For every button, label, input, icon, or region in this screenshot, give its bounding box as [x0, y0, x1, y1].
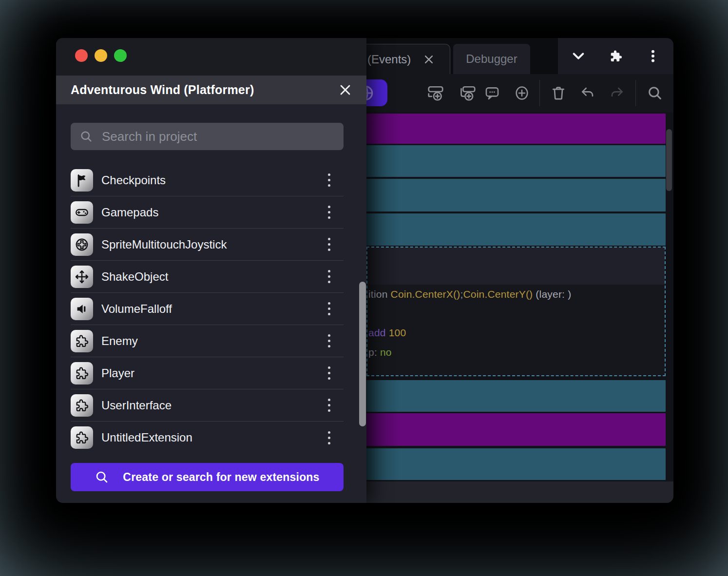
extension-list-item[interactable]: UntitledExtension [71, 422, 344, 454]
events-scrollbar[interactable] [666, 129, 672, 191]
event-rows: ition Coin.CenterX();Coin.CenterY() (lay… [366, 112, 666, 480]
close-panel-button[interactable] [336, 81, 354, 99]
item-kebab-menu-icon[interactable] [321, 364, 337, 383]
item-kebab-menu-icon[interactable] [321, 203, 337, 222]
window-titlebar [56, 38, 366, 76]
header-actions [558, 38, 673, 74]
event-action-line: ition Coin.CenterX();Coin.CenterY() (lay… [368, 288, 571, 300]
selected-event-block[interactable]: ition Coin.CenterX();Coin.CenterY() (lay… [366, 247, 666, 376]
events-sheet: ition Coin.CenterX();Coin.CenterY() (lay… [366, 112, 673, 503]
project-title: Adventurous Wind (Platformer) [71, 83, 254, 97]
item-kebab-menu-icon[interactable] [321, 235, 337, 254]
puzzle-filled-icon[interactable] [607, 47, 625, 65]
extension-list-item[interactable]: Enemy [71, 325, 344, 357]
item-kebab-menu-icon[interactable] [321, 428, 337, 447]
panel-scrollbar[interactable] [359, 282, 366, 426]
extension-label: UntitledExtension [101, 431, 192, 444]
event-actions-area[interactable]: ition Coin.CenterX();Coin.CenterY() (lay… [367, 285, 665, 375]
project-manager-header: Adventurous Wind (Platformer) [56, 76, 366, 104]
puzzle-outline-icon [71, 330, 93, 352]
trash-button[interactable] [548, 82, 569, 104]
circle-plus-button[interactable] [511, 82, 533, 104]
tab-debugger-label: Debugger [466, 52, 517, 66]
extension-list-item[interactable]: Gamepads [71, 196, 344, 229]
create-extension-button[interactable]: Create or search for new extensions [71, 463, 344, 491]
puzzle-outline-icon [71, 426, 93, 449]
extension-label: ShakeObject [101, 270, 168, 284]
extension-label: Enemy [101, 334, 138, 348]
events-toolbar [366, 74, 673, 112]
extension-label: Gamepads [101, 206, 158, 219]
extension-list-item[interactable]: Checkpoints [71, 164, 344, 196]
minimize-window-button[interactable] [95, 49, 107, 62]
toolbar-divider [539, 80, 540, 106]
event-action-line: add 100 [368, 327, 406, 339]
search-icon [79, 130, 93, 143]
search-input[interactable] [102, 129, 335, 144]
item-kebab-menu-icon[interactable] [321, 299, 337, 319]
extension-list: Checkpoints Gamepads SpriteMultitouchJoy… [71, 164, 344, 454]
events-footer-strip [366, 481, 673, 503]
extension-list-item[interactable]: ShakeObject [71, 261, 344, 293]
kebab-menu-icon[interactable] [644, 47, 662, 65]
extension-label: VolumeFalloff [101, 302, 172, 316]
gamepad-icon [71, 201, 93, 224]
event-row[interactable] [366, 114, 666, 144]
project-manager-panel: Adventurous Wind (Platformer) Checkpoint… [56, 38, 366, 503]
extension-label: SpriteMultitouchJoystick [101, 238, 227, 251]
tab-bar: (Events) Debugger [366, 38, 673, 74]
item-kebab-menu-icon[interactable] [321, 171, 337, 190]
event-row[interactable] [366, 213, 666, 246]
tab-events[interactable]: (Events) [366, 44, 450, 74]
puzzle-outline-icon [71, 394, 93, 417]
toolbar-divider [635, 80, 636, 106]
joystick-icon [71, 233, 93, 256]
project-search [71, 123, 344, 150]
extension-label: Checkpoints [101, 173, 166, 187]
create-extension-label: Create or search for new extensions [123, 471, 319, 484]
item-kebab-menu-icon[interactable] [321, 331, 337, 351]
zoom-window-button[interactable] [114, 49, 127, 62]
undo-button[interactable] [577, 82, 598, 104]
search-button[interactable] [644, 82, 666, 104]
event-row[interactable] [366, 413, 666, 446]
chevron-down-icon[interactable] [570, 47, 587, 65]
item-kebab-menu-icon[interactable] [321, 267, 337, 287]
close-window-button[interactable] [75, 49, 88, 62]
window-controls [75, 49, 127, 62]
event-action-line: p: no [368, 346, 392, 358]
item-kebab-menu-icon[interactable] [321, 396, 337, 415]
extension-list-item[interactable]: VolumeFalloff [71, 293, 344, 325]
move-icon [71, 266, 93, 288]
extension-list-item[interactable]: Player [71, 357, 344, 389]
screenshot-root: { "colors": { "accent_purple": "#5a2be1"… [0, 0, 728, 576]
event-row[interactable] [366, 448, 666, 480]
flag-icon [71, 169, 93, 192]
redo-button[interactable] [606, 82, 628, 104]
event-row[interactable] [366, 380, 666, 412]
extension-list-item[interactable]: SpriteMultitouchJoystick [71, 229, 344, 261]
search-icon [95, 470, 109, 484]
tab-close-icon[interactable] [421, 52, 436, 67]
extension-list-item[interactable]: UserInterface [71, 389, 344, 422]
add-subevent-button[interactable] [457, 82, 479, 104]
puzzle-outline-icon [71, 362, 93, 384]
speaker-icon [71, 298, 93, 320]
comment-button[interactable] [481, 82, 503, 104]
gdevelop-window: (Events) Debugger ition Coin.CenterX();C… [56, 38, 673, 503]
extension-label: Player [101, 366, 134, 380]
event-row[interactable] [366, 179, 666, 211]
add-event-button[interactable] [425, 82, 446, 104]
events-editor: (Events) Debugger ition Coin.CenterX();C… [366, 38, 673, 503]
event-row[interactable] [366, 145, 666, 177]
extension-label: UserInterface [101, 399, 172, 412]
event-conditions-area[interactable] [367, 248, 665, 285]
tab-events-label: (Events) [367, 53, 411, 66]
tab-debugger[interactable]: Debugger [453, 44, 530, 74]
